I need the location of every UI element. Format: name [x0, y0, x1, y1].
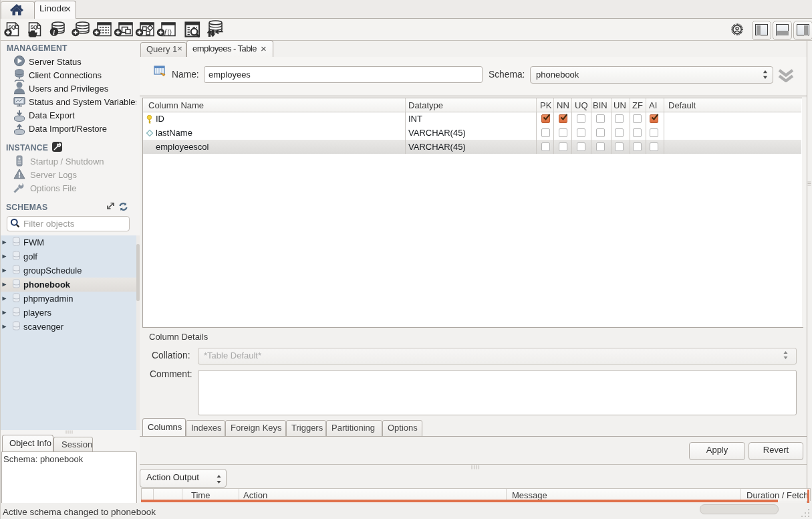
svg-text:(): () — [168, 28, 172, 35]
